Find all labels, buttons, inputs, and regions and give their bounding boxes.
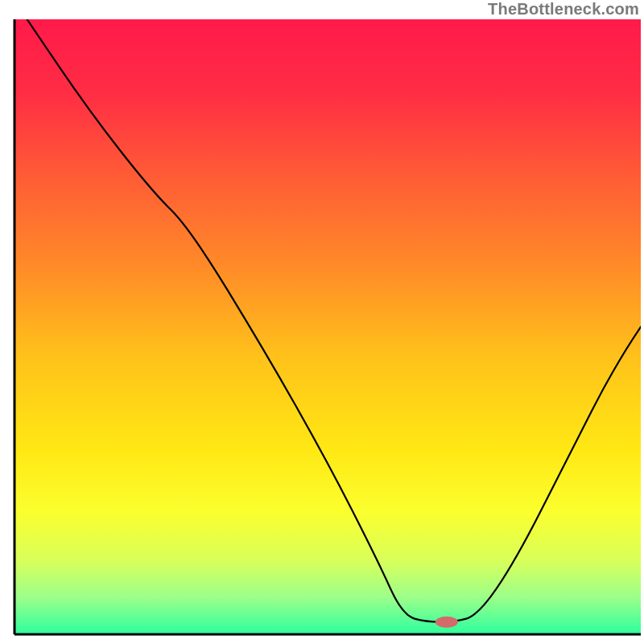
optimal-marker <box>436 617 458 628</box>
watermark-label: TheBottleneck.com <box>488 0 639 19</box>
chart-svg <box>0 0 644 644</box>
plot-area <box>14 19 641 634</box>
bottleneck-chart: TheBottleneck.com <box>0 0 644 644</box>
gradient-background <box>14 19 641 634</box>
